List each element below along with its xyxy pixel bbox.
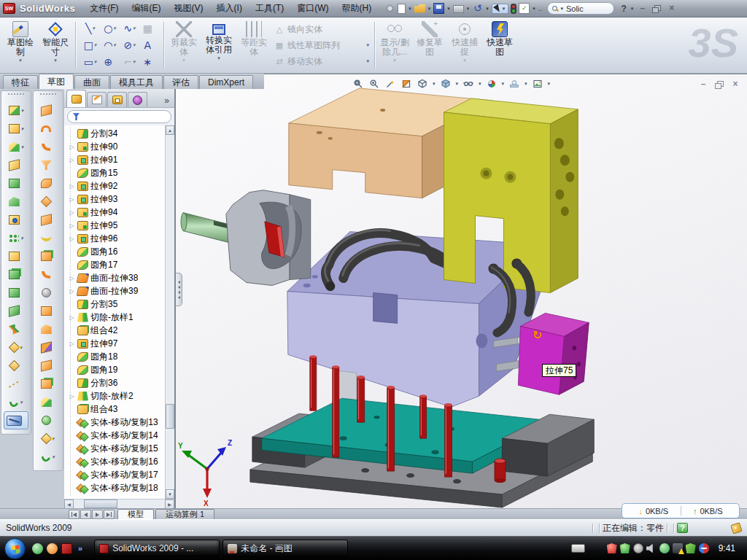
propertymanager-tab[interactable]: [87, 92, 107, 107]
part-cavity-block[interactable]: [287, 232, 541, 408]
draft-analysis[interactable]: ▾: [34, 120, 63, 138]
expand-arrow-icon[interactable]: [69, 222, 75, 229]
draft[interactable]: ▾: [1, 265, 31, 284]
select-tool-button[interactable]: ▾: [492, 4, 509, 14]
radiate-surface[interactable]: ▾: [34, 411, 63, 429]
tree-horizontal-scrollbar[interactable]: ◀ ▶: [64, 499, 174, 508]
tree-item[interactable]: 切除-放样2: [66, 389, 165, 402]
tree-item[interactable]: 切除-放样1: [66, 311, 165, 324]
ejector[interactable]: ▾: [34, 338, 63, 357]
parting-lines[interactable]: ▾: [34, 211, 63, 229]
toolbar-overflow[interactable]: ..: [538, 4, 543, 12]
tree-item[interactable]: 圆角17: [66, 258, 165, 271]
tree-item[interactable]: 拉伸95: [66, 219, 165, 232]
tree-item[interactable]: 拉伸93: [66, 192, 165, 206]
expand-arrow-icon[interactable]: [69, 157, 75, 163]
last-tab-button[interactable]: [104, 510, 115, 519]
section-view-icon[interactable]: [400, 78, 412, 90]
motion-study-tab[interactable]: 运动算例 1: [155, 509, 214, 519]
corner-rectangle[interactable]: □▾: [84, 39, 97, 51]
box-select[interactable]: ▦▾: [143, 23, 156, 34]
doc-close-button[interactable]: ×: [729, 79, 741, 90]
scroll-up-icon[interactable]: ▲: [166, 125, 174, 135]
undercut-analysis[interactable]: ▾: [34, 138, 63, 156]
feature-filter[interactable]: [67, 110, 171, 123]
trim-entities[interactable]: 剪裁实体 ▾: [166, 19, 201, 71]
rapid-sketch[interactable]: 快速草图 ▾: [482, 19, 517, 71]
polygon[interactable]: ⊕▾: [104, 56, 115, 68]
tree-item[interactable]: 曲面-拉伸39: [66, 284, 165, 298]
expand-arrow-icon[interactable]: [69, 288, 75, 295]
linear-sketch-pattern[interactable]: 线性草图阵列 ▾: [274, 39, 369, 52]
part-sprue-bushing[interactable]: [181, 190, 311, 286]
offset-entities[interactable]: 等距实体 ▾: [236, 19, 271, 71]
quick-launch-overflow[interactable]: »: [78, 544, 82, 553]
edit-appearance-icon[interactable]: [486, 78, 498, 90]
save-button[interactable]: [433, 3, 444, 14]
print-button[interactable]: [453, 5, 464, 13]
defender[interactable]: [686, 543, 696, 553]
reference-geometry[interactable]: ▾: [1, 338, 31, 357]
view-settings-icon[interactable]: [532, 78, 543, 90]
tree-item[interactable]: 分割34: [66, 127, 165, 140]
move-face[interactable]: ▾: [34, 174, 63, 192]
tree-vertical-scrollbar[interactable]: ▲ ▼: [165, 125, 174, 499]
mold-base[interactable]: ▾: [34, 320, 63, 338]
menu-item[interactable]: 帮助(H): [336, 0, 378, 17]
tree-item[interactable]: 实体-移动/复制18: [66, 481, 165, 494]
smart-dimension[interactable]: 智能尺寸 ▾: [38, 19, 73, 71]
sketch[interactable]: 草图绘制 ▾: [3, 19, 38, 71]
tree-item[interactable]: 拉伸97: [66, 337, 165, 350]
tree-item[interactable]: 圆角15: [66, 166, 165, 179]
expand-arrow-icon[interactable]: [69, 314, 75, 321]
core[interactable]: ▾: [34, 284, 63, 302]
quick-snaps[interactable]: 快速捕捉 ▾: [447, 19, 482, 71]
tree-item[interactable]: 拉伸92: [66, 179, 165, 192]
tab-mold-tools[interactable]: 模具工具: [110, 75, 163, 89]
help-button[interactable]: ?: [619, 4, 627, 14]
display-delete-relations[interactable]: 显示/删除几... ▾: [377, 19, 412, 71]
open-button[interactable]: [414, 3, 425, 14]
tree-item[interactable]: 拉伸94: [66, 206, 165, 219]
boundary-boss[interactable]: ▾: [1, 174, 31, 192]
text[interactable]: A▾: [144, 39, 154, 51]
insert-mold-folders[interactable]: ▾: [34, 101, 63, 120]
doc-restore-button[interactable]: [713, 79, 725, 90]
expand-arrow-icon[interactable]: [69, 144, 75, 150]
doc-minimize-button[interactable]: –: [697, 79, 709, 90]
display-style-icon[interactable]: [440, 78, 452, 90]
draft[interactable]: ▾: [34, 156, 63, 174]
tree-item[interactable]: 实体-移动/复制17: [66, 468, 165, 481]
tab-surfaces[interactable]: 曲面: [74, 75, 109, 89]
tree-item[interactable]: 曲面-拉伸38: [66, 271, 165, 284]
curves[interactable]: ▾: [34, 448, 63, 466]
scroll-down-icon[interactable]: ▼: [166, 489, 174, 499]
dimxpertmanager-tab[interactable]: [128, 92, 147, 107]
status-help-icon[interactable]: ?: [677, 523, 688, 533]
insert[interactable]: ▾: [34, 357, 63, 375]
first-tab-button[interactable]: [69, 510, 80, 519]
ellipse[interactable]: ⊘▾: [123, 39, 135, 51]
security-alert[interactable]: [607, 543, 617, 553]
feature-filter-input[interactable]: [83, 112, 166, 121]
centerpoint-arc[interactable]: ◠▾: [104, 39, 116, 51]
split-tool[interactable]: ▾: [34, 393, 63, 411]
undo-button[interactable]: ↺: [472, 3, 483, 14]
tree-item[interactable]: 实体-移动/复制13: [66, 416, 165, 429]
plane[interactable]: ▾: [1, 357, 31, 375]
line[interactable]: ╲▾: [85, 23, 95, 34]
swept-boss[interactable]: ▾: [1, 138, 31, 156]
panel-splitter-handle[interactable]: [176, 273, 182, 306]
expand-arrow-icon[interactable]: [69, 196, 75, 203]
tooling-split[interactable]: ▾: [34, 265, 63, 284]
volume[interactable]: [646, 543, 657, 553]
tree-item[interactable]: 实体-移动/复制15: [66, 442, 165, 455]
revolved-boss[interactable]: ▾: [1, 120, 31, 138]
menu-item[interactable]: 插入(I): [211, 0, 248, 17]
part-stop-pin[interactable]: [495, 459, 506, 483]
menu-item[interactable]: 视图(V): [169, 0, 209, 17]
rebuild-icon[interactable]: [511, 4, 516, 14]
scroll-thumb[interactable]: [166, 404, 174, 429]
curves[interactable]: ▾: [1, 393, 31, 411]
rib[interactable]: ▾: [1, 247, 31, 265]
